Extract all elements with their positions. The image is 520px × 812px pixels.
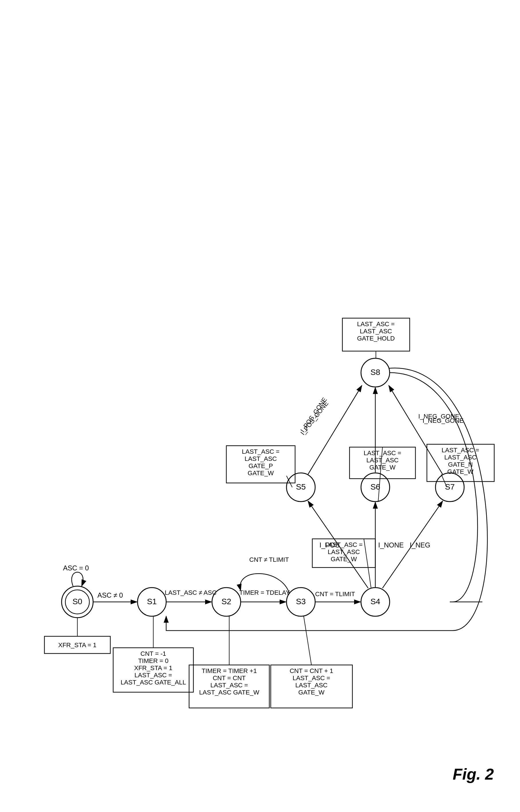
box-s7-line3: GATE_N — [448, 461, 473, 468]
box-s8-line1: LAST_ASC = — [357, 321, 394, 328]
label-cnt-tlimit: CNT = TLIMIT — [315, 590, 355, 598]
box-s8-line2: LAST_ASC — [360, 328, 392, 335]
box-s6-line3: GATE_W — [369, 464, 396, 471]
diagram-container: S0 S1 S2 S3 S4 S5 S6 S7 S8 ASC = 0 ASC ≠… — [0, 0, 520, 812]
box-s7-line2: LAST_ASC — [444, 454, 477, 461]
state-s3-label: S3 — [296, 597, 306, 606]
label-pos-gone: I_POS_GONE — [299, 400, 330, 436]
box-s5-line2: LAST_ASC — [245, 455, 277, 462]
state-s1-label: S1 — [147, 597, 157, 606]
box-s4-w-line1: LAST_ASC = — [325, 541, 362, 548]
arrow-s5-s8 — [308, 385, 362, 474]
box-s1-line5: LAST_ASC GATE_ALL — [121, 679, 186, 686]
box-s2-line3: LAST_ASC = — [210, 682, 248, 689]
box-s1-line1: CNT = -1 — [140, 650, 166, 657]
box-s2-line1: TIMER = TIMER +1 — [202, 667, 257, 675]
box-s4-w-line3: GATE_W — [331, 556, 357, 563]
box-s5-line4: GATE_W — [248, 470, 274, 477]
box-s3-line3: LAST_ASC — [295, 682, 328, 689]
figure-label: Fig. 2 — [453, 765, 494, 783]
box-s5-line3: GATE_P — [249, 462, 273, 470]
connector-s4-w-box — [364, 539, 371, 588]
label-neg-gone: I_NEG_GONE — [423, 417, 464, 424]
state-s7-label: S7 — [445, 482, 455, 491]
box-s3-line4: GATE_W — [298, 689, 324, 696]
box-s7-line4: GATE_W — [447, 468, 474, 475]
box-s2-line2: CNT = CNT — [213, 675, 245, 682]
state-s5-label: S5 — [296, 482, 306, 491]
box-s2-line4: LAST_ASC GATE_W — [199, 689, 259, 696]
label-l-neg: I_NEG — [410, 541, 430, 549]
state-s8-label: S8 — [370, 368, 380, 377]
state-s4-label: S4 — [370, 597, 380, 606]
state-s0-label: S0 — [73, 597, 82, 606]
box-s5-line1: LAST_ASC = — [242, 448, 279, 455]
box-s3-line2: LAST_ASC = — [292, 675, 330, 682]
label-timer-tdelay: TIMER = TDELAY — [239, 589, 290, 596]
connector-s7-box — [441, 474, 447, 487]
label-l-none: I_NONE — [378, 541, 404, 549]
box-s7-line1: LAST_ASC = — [442, 447, 479, 454]
box-s0-text: XFR_STA = 1 — [58, 641, 96, 649]
state-s2-label: S2 — [222, 597, 231, 606]
label-cnt-ne-tlimit: CNT ≠ TLIMIT — [249, 556, 289, 563]
box-s3-line1: CNT = CNT + 1 — [290, 667, 333, 675]
label-asc0: ASC = 0 — [63, 564, 89, 572]
state-s6-label: S6 — [370, 482, 380, 491]
label-last-asc-ne-asc: LAST_ASC ≠ ASC — [165, 589, 216, 596]
box-s6-line2: LAST_ASC — [366, 457, 399, 464]
box-s1-line3: XFR_STA = 1 — [134, 664, 172, 671]
box-s4-w-line2: LAST_ASC — [328, 548, 360, 556]
arrow-s0-self — [72, 572, 83, 586]
box-s8-line3: GATE_HOLD — [357, 335, 395, 342]
box-s1-line4: LAST_ASC = — [134, 671, 172, 679]
label-asc-ne-0: ASC ≠ 0 — [97, 591, 123, 599]
connector-s3-box — [304, 616, 311, 665]
box-s1-line2: TIMER = 0 — [138, 657, 168, 664]
